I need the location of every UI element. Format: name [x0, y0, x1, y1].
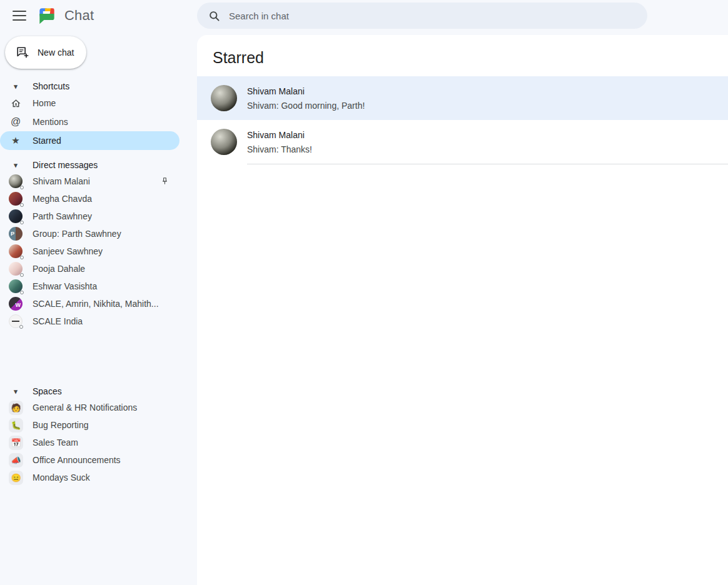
- google-chat-app: { "topbar": { "app_name": "Chat", "searc…: [0, 0, 728, 585]
- avatar: [211, 129, 237, 155]
- avatar: [9, 262, 23, 276]
- space-item-bug-reporting[interactable]: 🐛 Bug Reporting: [0, 416, 179, 434]
- sidebar-item-mentions[interactable]: @ Mentions: [0, 112, 179, 131]
- at-icon: @: [9, 116, 23, 128]
- search-input[interactable]: [229, 11, 636, 21]
- status-indicator: [19, 325, 23, 329]
- dm-item-pooja-dahale[interactable]: Pooja Dahale: [0, 260, 179, 278]
- space-emoji-icon: 🐛: [9, 418, 23, 432]
- conversation-list: Shivam Malani Shivam: Good morning, Part…: [197, 76, 728, 164]
- avatar: [9, 209, 23, 223]
- avatar: [9, 244, 23, 258]
- dm-name: Shivam Malani: [33, 176, 90, 186]
- avatar: [9, 192, 23, 206]
- space-emoji-icon: 😑: [9, 471, 23, 485]
- status-indicator: [20, 256, 24, 259]
- avatar: W: [9, 297, 23, 311]
- conversation-row[interactable]: Shivam Malani Shivam: Thanks!: [197, 120, 728, 164]
- dm-name: Pooja Dahale: [33, 264, 85, 274]
- dm-item-scale-india[interactable]: SCALE India: [0, 312, 179, 330]
- hamburger-menu-icon[interactable]: [11, 8, 28, 23]
- space-name: Sales Team: [33, 438, 78, 448]
- section-label: Shortcuts: [33, 81, 69, 91]
- page-title: Starred: [213, 49, 728, 67]
- new-chat-button[interactable]: New chat: [5, 36, 86, 69]
- space-item-sales-team[interactable]: 📅 Sales Team: [0, 434, 179, 451]
- chevron-down-icon[interactable]: ▾: [9, 82, 23, 91]
- sidebar-item-label: Starred: [33, 136, 61, 146]
- space-name: Mondays Suck: [33, 472, 90, 482]
- space-item-office-announcements[interactable]: 📣 Office Announcements: [0, 451, 179, 469]
- new-chat-label: New chat: [38, 48, 74, 58]
- status-indicator: [20, 273, 24, 277]
- conversation-preview: Shivam: Good morning, Parth!: [247, 101, 365, 111]
- sidebar: New chat ▾ Shortcuts Home @ Mentions ★ S…: [0, 31, 197, 585]
- dm-name: Group: Parth Sawhney: [33, 229, 121, 239]
- space-name: Office Announcements: [33, 455, 121, 465]
- spaces-header: ▾ Spaces: [0, 384, 197, 399]
- dm-name: SCALE India: [33, 316, 83, 326]
- dm-item-parth-sawhney[interactable]: Parth Sawhney: [0, 208, 179, 225]
- dm-item-scale-amrin-group[interactable]: W SCALE, Amrin, Nikhita, Mahith...: [0, 295, 179, 312]
- status-indicator: [20, 203, 24, 207]
- direct-messages-header: ▾ Direct messages: [0, 158, 197, 172]
- search-icon: [208, 10, 220, 22]
- top-bar: Chat: [0, 0, 728, 31]
- space-item-general-hr-notifications[interactable]: 🧑 General & HR Notifications: [0, 399, 179, 416]
- avatar-initial: W: [16, 302, 21, 308]
- space-item-mondays-suck[interactable]: 😑 Mondays Suck: [0, 469, 179, 486]
- conversation-text: Shivam Malani Shivam: Good morning, Part…: [247, 86, 365, 111]
- avatar-initial: P: [11, 231, 14, 237]
- avatar: [211, 85, 237, 111]
- app-title: Chat: [64, 8, 94, 24]
- conversation-row[interactable]: Shivam Malani Shivam: Good morning, Part…: [197, 76, 728, 120]
- sidebar-item-home[interactable]: Home: [0, 94, 179, 112]
- avatar: P: [9, 227, 23, 241]
- dm-item-megha-chavda[interactable]: Megha Chavda: [0, 190, 179, 208]
- spaces-section: ▾ Spaces 🧑 General & HR Notifications 🐛 …: [0, 384, 197, 486]
- dm-item-group-parth-sawhney[interactable]: P Group: Parth Sawhney: [0, 225, 179, 242]
- search-bar[interactable]: [197, 2, 647, 29]
- dm-name: SCALE, Amrin, Nikhita, Mahith...: [33, 299, 159, 309]
- section-label: Direct messages: [33, 160, 98, 170]
- dm-name: Parth Sawhney: [33, 211, 92, 221]
- space-emoji-icon: 📣: [9, 453, 23, 468]
- home-icon: [9, 98, 23, 109]
- direct-messages-section: ▾ Direct messages Shivam Malani Megha Ch…: [0, 158, 197, 330]
- dm-item-shivam-malani[interactable]: Shivam Malani: [0, 172, 179, 190]
- shortcuts-header: ▾ Shortcuts: [0, 79, 197, 94]
- google-chat-logo-icon: [38, 7, 56, 24]
- dm-item-eshwar-vasishta[interactable]: Eshwar Vasishta: [0, 278, 179, 295]
- chevron-down-icon[interactable]: ▾: [9, 388, 23, 396]
- space-name: General & HR Notifications: [33, 402, 137, 412]
- sidebar-item-starred[interactable]: ★ Starred: [0, 131, 179, 150]
- conversation-name: Shivam Malani: [247, 86, 365, 96]
- dm-name: Eshwar Vasishta: [33, 281, 97, 291]
- space-emoji-icon: 🧑: [9, 401, 23, 415]
- status-indicator: [20, 221, 24, 224]
- sidebar-item-label: Home: [33, 98, 56, 108]
- section-label: Spaces: [33, 386, 62, 396]
- space-emoji-icon: 📅: [9, 436, 23, 450]
- star-icon: ★: [9, 135, 23, 146]
- pin-icon[interactable]: [160, 176, 169, 188]
- dm-name: Sanjeev Sawhney: [33, 246, 103, 256]
- conversation-name: Shivam Malani: [247, 130, 312, 140]
- chevron-down-icon[interactable]: ▾: [9, 161, 23, 169]
- avatar: [9, 279, 23, 293]
- status-indicator: [20, 186, 24, 189]
- status-indicator: [20, 291, 24, 294]
- conversation-preview: Shivam: Thanks!: [247, 144, 312, 154]
- avatar: [9, 174, 23, 188]
- starred-panel: Starred Shivam Malani Shivam: Good morni…: [197, 35, 728, 585]
- sidebar-item-label: Mentions: [33, 117, 68, 127]
- dm-item-sanjeev-sawhney[interactable]: Sanjeev Sawhney: [0, 242, 179, 260]
- conversation-text: Shivam Malani Shivam: Thanks!: [247, 130, 312, 154]
- list-divider: [247, 164, 728, 164]
- avatar: [9, 314, 23, 328]
- space-name: Bug Reporting: [33, 420, 89, 430]
- new-chat-icon: [16, 46, 29, 59]
- dm-name: Megha Chavda: [33, 194, 92, 204]
- shortcuts-section: ▾ Shortcuts Home @ Mentions ★ Starred: [0, 79, 197, 150]
